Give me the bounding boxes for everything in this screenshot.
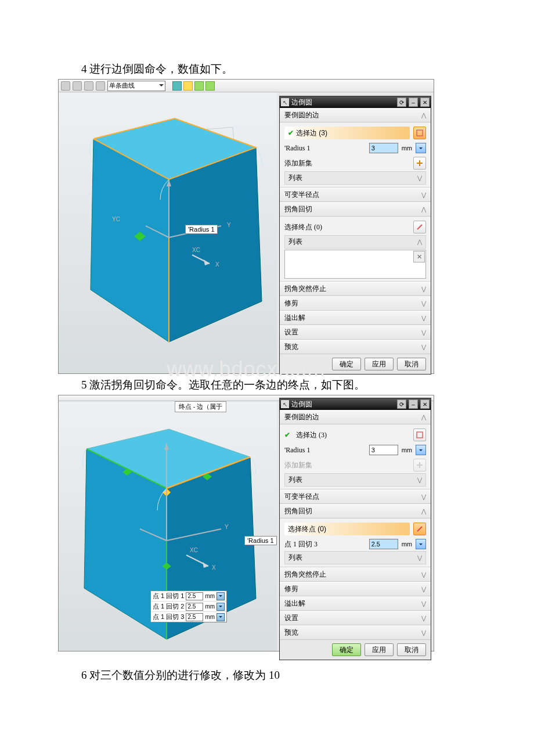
dialog-titlebar[interactable]: ↖ 边倒圆 ⟳ – ✕ <box>280 398 431 410</box>
section-overflow[interactable]: 溢出解 ⋁ <box>280 311 431 325</box>
add-set-button[interactable] <box>413 157 426 170</box>
section-label: 拐角突然停止 <box>284 284 326 294</box>
svg-marker-2 <box>169 147 262 342</box>
section-corner[interactable]: 拐角回切 ⋀ <box>280 202 431 217</box>
select-edge-label: 选择边 (3) <box>296 430 410 440</box>
close-button[interactable]: ✕ <box>420 399 430 409</box>
radius-flag[interactable]: 'Radius 1 <box>244 536 277 545</box>
svg-rect-38 <box>417 432 423 438</box>
3d-viewport[interactable]: 终点 - 边（属于 <box>59 401 277 651</box>
dialog-titlebar[interactable]: ↖ 边倒圆 ⟳ – ✕ <box>280 96 431 108</box>
section-label: 拐角回切 <box>284 506 312 516</box>
tool-icon[interactable] <box>205 81 215 91</box>
section-corner-stop[interactable]: 拐角突然停止 ⋁ <box>280 567 431 582</box>
check-icon: ✔ <box>288 129 294 137</box>
section-var-radius[interactable]: 可变半径点 ⋁ <box>280 489 431 504</box>
svg-text:X: X <box>212 564 216 571</box>
setback-dropdown[interactable] <box>416 539 426 549</box>
check-icon: ✔ <box>284 431 290 439</box>
cancel-button[interactable]: 取消 <box>397 358 426 370</box>
toolbar-icon[interactable] <box>73 81 82 91</box>
close-button[interactable]: ✕ <box>420 98 430 107</box>
pick-point-button[interactable] <box>413 221 426 233</box>
section-corner[interactable]: 拐角回切 ⋀ <box>280 504 431 519</box>
setback-input[interactable] <box>369 539 398 549</box>
setback-input-1[interactable] <box>186 592 203 600</box>
edge-blend-dialog: ↖ 边倒圆 ⟳ – ✕ 要倒圆的边 ⋀ ✔ 选择边 (3) <box>279 96 431 375</box>
dropdown-button[interactable] <box>217 613 225 621</box>
chevron-down-icon: ⋁ <box>421 315 426 321</box>
tool-icon[interactable] <box>183 81 193 91</box>
3d-viewport[interactable]: XC X Y YC 'Radius 1 <box>59 92 277 373</box>
chevron-up-icon: ⋀ <box>421 112 426 118</box>
reset-button[interactable]: ⟳ <box>397 98 406 107</box>
apply-button[interactable]: 应用 <box>365 643 394 656</box>
radius-input[interactable] <box>369 445 398 455</box>
ok-button[interactable]: 确定 <box>332 358 361 370</box>
toolbar-icon[interactable] <box>84 81 93 91</box>
toolbar: 单条曲线 <box>59 80 434 92</box>
svg-text:XC: XC <box>192 247 200 253</box>
select-edge-row[interactable]: ✔ 选择边 (3) <box>284 127 410 139</box>
chevron-up-icon: ⋀ <box>421 414 426 420</box>
section-var-radius[interactable]: 可变半径点 ⋁ <box>280 188 431 202</box>
toolbar-icon[interactable] <box>61 81 70 91</box>
setback-mini-inputs: 点 1 回切 1 mm 点 1 回切 2 mm 点 1 回切 3 mm <box>150 591 227 622</box>
pick-point-button[interactable] <box>413 523 426 535</box>
reset-button[interactable]: ⟳ <box>397 399 406 409</box>
dropdown-button[interactable] <box>217 603 225 611</box>
list-label: 列表 <box>288 173 302 183</box>
section-corner-stop[interactable]: 拐角突然停止 ⋁ <box>280 282 431 296</box>
unit-label: mm <box>402 145 412 152</box>
list-subhead[interactable]: 列表 ⋁ <box>284 551 426 564</box>
cube-icon[interactable] <box>172 81 182 91</box>
select-endpoint-label: 选择终点 (0) <box>288 524 326 534</box>
add-set-label: 添加新集 <box>284 460 410 470</box>
chevron-down-icon: ⋁ <box>421 571 426 578</box>
minimize-button[interactable]: – <box>409 98 418 107</box>
list-subhead[interactable]: 列表 ⋀ <box>284 235 426 249</box>
dropdown-button[interactable] <box>217 592 225 600</box>
cube-select-icon[interactable] <box>413 127 426 139</box>
section-trim[interactable]: 修剪 ⋁ <box>280 582 431 596</box>
unit-label: mm <box>205 603 215 610</box>
radius-input[interactable] <box>369 143 398 153</box>
radius-dropdown[interactable] <box>416 143 426 153</box>
section-preview[interactable]: 预览 ⋁ <box>280 625 431 640</box>
unit-label: mm <box>402 541 412 548</box>
tool-icon[interactable] <box>194 81 204 91</box>
select-endpoint-row[interactable]: 选择终点 (0) <box>284 523 410 535</box>
section-settings[interactable]: 设置 ⋁ <box>280 611 431 625</box>
section-edges[interactable]: 要倒圆的边 ⋀ <box>280 410 431 424</box>
ok-button[interactable]: 确定 <box>332 643 361 656</box>
section-overflow[interactable]: 溢出解 ⋁ <box>280 596 431 611</box>
setback-param-label: 点 1 回切 3 <box>284 539 366 549</box>
apply-button[interactable]: 应用 <box>365 358 394 370</box>
radius-dropdown[interactable] <box>416 445 426 455</box>
curve-type-combo[interactable]: 单条曲线 <box>107 81 165 91</box>
section-preview[interactable]: 预览 ⋁ <box>280 340 431 354</box>
radius-flag-text: 'Radius 1 <box>188 226 215 233</box>
section-trim[interactable]: 修剪 ⋁ <box>280 296 431 311</box>
endpoint-listbox[interactable] <box>284 250 426 279</box>
list-subhead[interactable]: 列表 ⋁ <box>284 473 426 487</box>
step-4-text: 4 进行边倒圆命令，数值如下。 <box>81 62 534 77</box>
setback-input-2[interactable] <box>186 603 203 611</box>
list-subhead[interactable]: 列表 ⋁ <box>284 171 426 185</box>
setback-row-2: 点 1 回切 2 mm <box>151 602 226 612</box>
list-remove-button[interactable]: ✕ <box>413 251 425 262</box>
chevron-down-icon: ⋁ <box>421 615 426 621</box>
minimize-button[interactable]: – <box>409 399 418 409</box>
cancel-button[interactable]: 取消 <box>397 643 426 656</box>
unit-label: mm <box>205 614 215 620</box>
radius-flag[interactable]: 'Radius 1 <box>185 225 218 234</box>
section-edges[interactable]: 要倒圆的边 ⋀ <box>280 108 431 123</box>
section-settings[interactable]: 设置 ⋁ <box>280 325 431 340</box>
toolbar-icon[interactable] <box>96 81 105 91</box>
unit-label: mm <box>402 447 412 453</box>
cube-select-icon[interactable] <box>413 429 426 441</box>
setback-input-3[interactable] <box>186 613 203 621</box>
setback-label: 点 1 回切 2 <box>153 602 184 611</box>
cursor-icon: ↖ <box>281 400 289 408</box>
list-label: 列表 <box>288 553 302 563</box>
